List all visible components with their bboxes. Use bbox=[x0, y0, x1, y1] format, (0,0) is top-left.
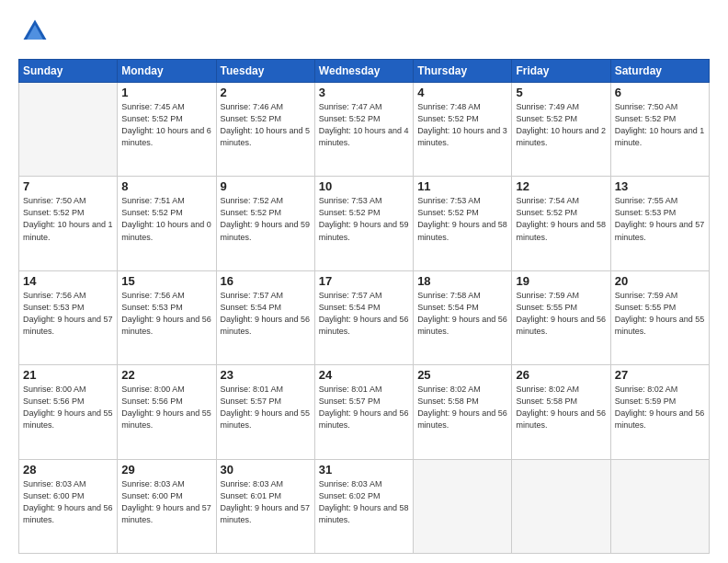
header-cell-saturday: Saturday bbox=[610, 60, 709, 83]
calendar-cell: 17Sunrise: 7:57 AMSunset: 5:54 PMDayligh… bbox=[314, 270, 413, 364]
cell-info: Sunrise: 7:59 AMSunset: 5:55 PMDaylight:… bbox=[516, 290, 606, 338]
cell-info: Sunrise: 8:02 AMSunset: 5:58 PMDaylight:… bbox=[516, 384, 606, 431]
day-number: 19 bbox=[516, 274, 606, 288]
day-number: 2 bbox=[221, 86, 311, 99]
calendar-cell: 25Sunrise: 8:02 AMSunset: 5:58 PMDayligh… bbox=[414, 365, 512, 459]
cell-info: Sunrise: 7:59 AMSunset: 5:55 PMDaylight:… bbox=[615, 290, 705, 338]
calendar-cell: 31Sunrise: 8:03 AMSunset: 6:02 PMDayligh… bbox=[314, 459, 413, 553]
day-number: 11 bbox=[417, 179, 507, 193]
day-number: 22 bbox=[121, 368, 211, 382]
day-number: 18 bbox=[417, 274, 507, 288]
calendar-cell bbox=[610, 459, 709, 553]
day-number: 25 bbox=[417, 368, 507, 382]
calendar-cell: 11Sunrise: 7:53 AMSunset: 5:52 PMDayligh… bbox=[414, 177, 512, 270]
day-number: 28 bbox=[23, 463, 113, 477]
header-cell-tuesday: Tuesday bbox=[216, 60, 314, 83]
calendar-cell: 26Sunrise: 8:02 AMSunset: 5:58 PMDayligh… bbox=[512, 365, 610, 459]
logo bbox=[18, 17, 50, 50]
calendar-cell: 15Sunrise: 7:56 AMSunset: 5:53 PMDayligh… bbox=[118, 270, 216, 364]
day-number: 26 bbox=[516, 368, 606, 382]
cell-info: Sunrise: 7:52 AMSunset: 5:52 PMDaylight:… bbox=[221, 195, 311, 243]
calendar-cell: 1Sunrise: 7:45 AMSunset: 5:52 PMDaylight… bbox=[118, 83, 216, 177]
day-number: 17 bbox=[319, 274, 409, 288]
cell-info: Sunrise: 8:02 AMSunset: 5:59 PMDaylight:… bbox=[615, 384, 705, 431]
day-number: 12 bbox=[516, 179, 606, 193]
cell-info: Sunrise: 7:56 AMSunset: 5:53 PMDaylight:… bbox=[23, 290, 113, 338]
day-number: 30 bbox=[221, 463, 311, 477]
calendar-cell: 14Sunrise: 7:56 AMSunset: 5:53 PMDayligh… bbox=[19, 270, 118, 364]
calendar-cell bbox=[19, 83, 118, 177]
day-number: 21 bbox=[23, 368, 113, 382]
day-number: 8 bbox=[121, 179, 211, 193]
cell-info: Sunrise: 7:48 AMSunset: 5:52 PMDaylight:… bbox=[417, 101, 507, 149]
calendar-cell: 8Sunrise: 7:51 AMSunset: 5:52 PMDaylight… bbox=[118, 177, 216, 270]
calendar-cell: 19Sunrise: 7:59 AMSunset: 5:55 PMDayligh… bbox=[512, 270, 610, 364]
cell-info: Sunrise: 7:53 AMSunset: 5:52 PMDaylight:… bbox=[417, 195, 507, 243]
cell-info: Sunrise: 7:51 AMSunset: 5:52 PMDaylight:… bbox=[121, 195, 211, 243]
cell-info: Sunrise: 8:02 AMSunset: 5:58 PMDaylight:… bbox=[417, 384, 507, 431]
header-row: SundayMondayTuesdayWednesdayThursdayFrid… bbox=[19, 60, 710, 83]
day-number: 31 bbox=[319, 463, 409, 477]
calendar-cell: 5Sunrise: 7:49 AMSunset: 5:52 PMDaylight… bbox=[512, 83, 610, 177]
day-number: 5 bbox=[516, 86, 606, 99]
cell-info: Sunrise: 7:50 AMSunset: 5:52 PMDaylight:… bbox=[23, 195, 113, 243]
calendar-cell: 9Sunrise: 7:52 AMSunset: 5:52 PMDaylight… bbox=[216, 177, 314, 270]
day-number: 13 bbox=[615, 179, 705, 193]
cell-info: Sunrise: 8:00 AMSunset: 5:56 PMDaylight:… bbox=[121, 384, 211, 431]
calendar-cell: 22Sunrise: 8:00 AMSunset: 5:56 PMDayligh… bbox=[118, 365, 216, 459]
day-number: 14 bbox=[23, 274, 113, 288]
header-cell-wednesday: Wednesday bbox=[314, 60, 413, 83]
cell-info: Sunrise: 7:58 AMSunset: 5:54 PMDaylight:… bbox=[417, 290, 507, 338]
calendar-cell: 4Sunrise: 7:48 AMSunset: 5:52 PMDaylight… bbox=[414, 83, 512, 177]
calendar-cell: 13Sunrise: 7:55 AMSunset: 5:53 PMDayligh… bbox=[610, 177, 709, 270]
week-row-4: 28Sunrise: 8:03 AMSunset: 6:00 PMDayligh… bbox=[19, 459, 710, 553]
cell-info: Sunrise: 8:03 AMSunset: 6:02 PMDaylight:… bbox=[319, 478, 409, 526]
day-number: 4 bbox=[417, 86, 507, 99]
calendar-cell: 24Sunrise: 8:01 AMSunset: 5:57 PMDayligh… bbox=[314, 365, 413, 459]
calendar-cell: 20Sunrise: 7:59 AMSunset: 5:55 PMDayligh… bbox=[610, 270, 709, 364]
cell-info: Sunrise: 7:47 AMSunset: 5:52 PMDaylight:… bbox=[319, 101, 409, 149]
calendar-cell: 30Sunrise: 8:03 AMSunset: 6:01 PMDayligh… bbox=[216, 459, 314, 553]
week-row-1: 7Sunrise: 7:50 AMSunset: 5:52 PMDaylight… bbox=[19, 177, 710, 270]
week-row-0: 1Sunrise: 7:45 AMSunset: 5:52 PMDaylight… bbox=[19, 83, 710, 177]
page: SundayMondayTuesdayWednesdayThursdayFrid… bbox=[0, 0, 728, 563]
cell-info: Sunrise: 8:03 AMSunset: 6:00 PMDaylight:… bbox=[23, 478, 113, 526]
day-number: 7 bbox=[23, 179, 113, 193]
calendar-cell: 27Sunrise: 8:02 AMSunset: 5:59 PMDayligh… bbox=[610, 365, 709, 459]
cell-info: Sunrise: 7:50 AMSunset: 5:52 PMDaylight:… bbox=[615, 101, 705, 149]
cell-info: Sunrise: 7:46 AMSunset: 5:52 PMDaylight:… bbox=[221, 101, 311, 149]
week-row-2: 14Sunrise: 7:56 AMSunset: 5:53 PMDayligh… bbox=[19, 270, 710, 364]
cell-info: Sunrise: 8:03 AMSunset: 6:01 PMDaylight:… bbox=[221, 478, 311, 526]
cell-info: Sunrise: 8:01 AMSunset: 5:57 PMDaylight:… bbox=[319, 384, 409, 431]
day-number: 1 bbox=[121, 86, 211, 99]
day-number: 3 bbox=[319, 86, 409, 99]
calendar-cell: 18Sunrise: 7:58 AMSunset: 5:54 PMDayligh… bbox=[414, 270, 512, 364]
calendar-cell bbox=[414, 459, 512, 553]
day-number: 29 bbox=[121, 463, 211, 477]
day-number: 9 bbox=[221, 179, 311, 193]
calendar-cell: 12Sunrise: 7:54 AMSunset: 5:52 PMDayligh… bbox=[512, 177, 610, 270]
header-cell-friday: Friday bbox=[512, 60, 610, 83]
header-cell-thursday: Thursday bbox=[414, 60, 512, 83]
header bbox=[18, 17, 710, 50]
cell-info: Sunrise: 8:01 AMSunset: 5:57 PMDaylight:… bbox=[221, 384, 311, 431]
logo-icon bbox=[20, 17, 50, 46]
calendar-table: SundayMondayTuesdayWednesdayThursdayFrid… bbox=[18, 59, 710, 554]
calendar-cell: 29Sunrise: 8:03 AMSunset: 6:00 PMDayligh… bbox=[118, 459, 216, 553]
day-number: 27 bbox=[615, 368, 705, 382]
calendar-cell: 3Sunrise: 7:47 AMSunset: 5:52 PMDaylight… bbox=[314, 83, 413, 177]
day-number: 24 bbox=[319, 368, 409, 382]
day-number: 20 bbox=[615, 274, 705, 288]
cell-info: Sunrise: 8:03 AMSunset: 6:00 PMDaylight:… bbox=[121, 478, 211, 526]
header-cell-monday: Monday bbox=[118, 60, 216, 83]
cell-info: Sunrise: 7:56 AMSunset: 5:53 PMDaylight:… bbox=[121, 290, 211, 338]
calendar-cell: 28Sunrise: 8:03 AMSunset: 6:00 PMDayligh… bbox=[19, 459, 118, 553]
cell-info: Sunrise: 7:53 AMSunset: 5:52 PMDaylight:… bbox=[319, 195, 409, 243]
cell-info: Sunrise: 7:55 AMSunset: 5:53 PMDaylight:… bbox=[615, 195, 705, 243]
day-number: 15 bbox=[121, 274, 211, 288]
cell-info: Sunrise: 8:00 AMSunset: 5:56 PMDaylight:… bbox=[23, 384, 113, 431]
cell-info: Sunrise: 7:54 AMSunset: 5:52 PMDaylight:… bbox=[516, 195, 606, 243]
cell-info: Sunrise: 7:49 AMSunset: 5:52 PMDaylight:… bbox=[516, 101, 606, 149]
calendar-cell: 6Sunrise: 7:50 AMSunset: 5:52 PMDaylight… bbox=[610, 83, 709, 177]
calendar-cell: 16Sunrise: 7:57 AMSunset: 5:54 PMDayligh… bbox=[216, 270, 314, 364]
